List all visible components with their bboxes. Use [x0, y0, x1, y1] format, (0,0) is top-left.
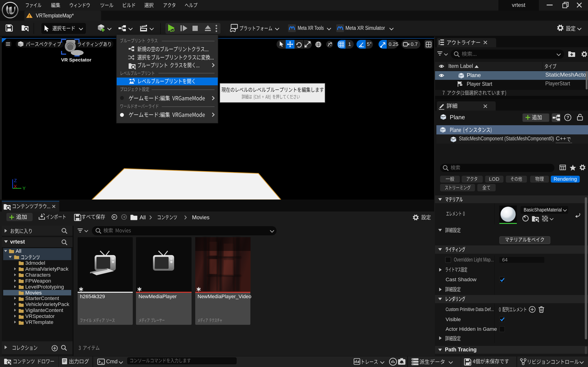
svg-text:?: ? — [566, 115, 569, 120]
svg-text:Z: Z — [14, 178, 17, 183]
svg-text:Y: Y — [23, 186, 26, 191]
svg-text:X: X — [14, 184, 17, 189]
